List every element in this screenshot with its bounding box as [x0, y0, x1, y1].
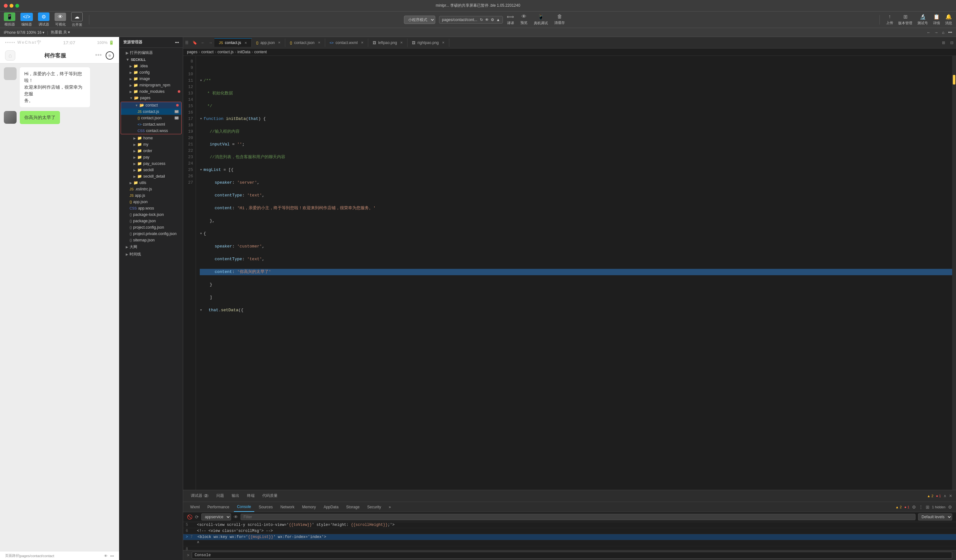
folder-bigwang[interactable]: ▶ 大网 — [120, 243, 183, 251]
toolbar-cloud[interactable]: ☁ 云开发 — [71, 12, 83, 27]
file-eslintrc[interactable]: JS .eslintrc.js — [120, 186, 183, 192]
tab-close-img2-icon[interactable]: ✕ — [442, 41, 445, 44]
maximize-button[interactable] — [15, 4, 19, 8]
folder-pay[interactable]: ▶ 📁 pay — [120, 154, 183, 160]
more-tabs-icon[interactable]: ⊞ — [939, 39, 948, 46]
tab-close-img-icon[interactable]: ✕ — [400, 41, 403, 44]
minimize-button[interactable] — [9, 4, 13, 8]
more-footer-icon[interactable]: ••• — [110, 554, 114, 558]
folder-pages[interactable]: ▼ 📂 pages — [120, 95, 183, 101]
message-action[interactable]: 🔔 消息 — [945, 14, 952, 25]
toolbar-simulator[interactable]: 📱 模拟器 — [4, 13, 15, 27]
folder-config[interactable]: ▶ 📁 config — [120, 69, 183, 75]
record-icon[interactable]: ⏺ — [105, 51, 114, 60]
phone-home-button[interactable]: ⌂ — [5, 50, 15, 61]
levels-select[interactable]: Default levels — [918, 513, 952, 521]
ctab-sources[interactable]: Sources — [256, 502, 276, 512]
mode-select[interactable]: 小程序模式 — [404, 16, 435, 24]
folder-seckill[interactable]: ▶ 📁 seckill — [120, 167, 183, 173]
tab-close-wxml-icon[interactable]: ✕ — [361, 41, 363, 44]
close-button[interactable] — [4, 4, 8, 8]
traffic-lights[interactable] — [4, 4, 19, 8]
folder-order[interactable]: ▶ 📁 order — [120, 147, 183, 154]
folder-contact[interactable]: ▼ 📂 contact — [121, 102, 181, 108]
more-icon[interactable]: ••• — [948, 30, 952, 35]
eye-console-icon[interactable]: 👁 — [234, 515, 238, 519]
clearcache-action[interactable]: 🗑 清缓存 — [554, 14, 565, 25]
translate-action[interactable]: ⟺ 译译 — [507, 14, 514, 25]
toolbar-preview[interactable]: 👁 可视化 — [55, 13, 66, 27]
folder-node-modules[interactable]: ▶ 📁 node_modules — [120, 88, 183, 95]
folder-miniprogram-npm[interactable]: ▶ 📁 miniprogram_npm — [120, 82, 183, 88]
settings-icon[interactable]: ⚙ — [491, 17, 494, 22]
ctab-storage[interactable]: Storage — [343, 502, 363, 512]
close-devtools-icon[interactable]: ✕ — [949, 494, 952, 498]
folder-seckill-detail[interactable]: ▶ 📁 seckill_detail — [120, 173, 183, 180]
prohibit-icon[interactable]: 🚫 — [187, 515, 192, 519]
tab-rightpao[interactable]: 🖼 rightpao.png ✕ — [407, 39, 449, 47]
eye-footer-icon[interactable]: 👁 — [104, 554, 107, 558]
split-editor-icon[interactable]: ⊟ — [948, 39, 956, 46]
devtab-output[interactable]: 输出 — [228, 490, 243, 502]
back-tab[interactable]: ← — [199, 39, 207, 46]
ctab-wxml[interactable]: Wxml — [187, 502, 203, 512]
tab-contact-js[interactable]: JS contact.js ✕ — [214, 38, 252, 47]
upload-action[interactable]: ↑ 上传 — [886, 14, 893, 25]
file-contact-js[interactable]: JS contact.js M — [121, 108, 181, 115]
tab-close-icon[interactable]: ✕ — [244, 41, 247, 45]
tab-icons-group[interactable]: ☰ — [183, 39, 190, 46]
test-action[interactable]: 🔬 测试号 — [917, 14, 928, 25]
tab-leftpao[interactable]: 🖼 leftpao.png ✕ — [368, 39, 407, 47]
devtab-issues[interactable]: 问题 — [212, 490, 228, 502]
file-project-private[interactable]: {} project.private.config.json — [120, 231, 183, 237]
ctab-memory[interactable]: Memory — [299, 502, 319, 512]
file-package[interactable]: {} package.json — [120, 218, 183, 224]
file-package-lock[interactable]: {} package-lock.json — [120, 212, 183, 218]
tab-contact-wxml[interactable]: <> contact.wxml ✕ — [325, 39, 368, 47]
file-sitemap[interactable]: {} sitemap.json — [120, 237, 183, 243]
gear-count-icon[interactable]: ⚙ — [948, 505, 952, 510]
devtab-debugger[interactable]: 调试器 2 — [187, 490, 212, 502]
file-project-config[interactable]: {} project.config.json — [120, 224, 183, 231]
breadcrumb-prop[interactable]: content — [254, 50, 267, 54]
tab-close-json-icon[interactable]: ✕ — [278, 41, 280, 44]
project-root[interactable]: ▼ SECKILL — [120, 56, 183, 63]
chevron-up-icon[interactable]: ∧ — [943, 494, 947, 498]
cloud-upload-icon[interactable]: ▲ — [496, 17, 500, 22]
appservice-select[interactable]: appservice — [201, 513, 231, 521]
ctab-performance[interactable]: Performance — [204, 502, 233, 512]
settings-devtools-icon[interactable]: ⚙ — [912, 505, 916, 510]
devtab-terminal[interactable]: 终端 — [243, 490, 258, 502]
code-content[interactable]: ▾ /** * 初始化数据 */ ▾ function initData(tha… — [196, 56, 956, 490]
ellipsis-icon[interactable]: ••• — [95, 51, 102, 60]
ctab-appdata[interactable]: AppData — [320, 502, 342, 512]
preview-action[interactable]: 👁 预览 — [520, 14, 527, 25]
open-editors-section[interactable]: ▶ 打开的编辑器 — [120, 49, 183, 56]
folder-utils[interactable]: ▶ 📁 utils — [120, 180, 183, 186]
file-contact-json[interactable]: {} contact.json M — [121, 115, 181, 121]
refresh-console-icon[interactable]: ⟳ — [195, 515, 199, 519]
folder-idea[interactable]: ▶ 📁 .idea — [120, 63, 183, 69]
file-contact-wxml[interactable]: <> contact.wxml — [121, 121, 181, 127]
devtab-codequality[interactable]: 代码质量 — [258, 490, 281, 502]
ctab-network[interactable]: Network — [277, 502, 298, 512]
eye-icon[interactable]: 👁 — [485, 17, 489, 22]
home-icon[interactable]: ⌂ — [942, 30, 944, 35]
breadcrumb-file[interactable]: contact.js — [217, 50, 234, 54]
device-select[interactable]: iPhone 6/7/8 100% 16 ▾ — [4, 30, 44, 35]
ctab-security[interactable]: Security — [364, 502, 384, 512]
breadcrumb-contact[interactable]: contact — [201, 50, 214, 54]
refresh-icon[interactable]: ↻ — [480, 17, 483, 22]
file-app-json[interactable]: {} app.json — [120, 199, 183, 205]
toolbar-editor[interactable]: </> 编辑器 — [20, 13, 33, 27]
breadcrumb-pages[interactable]: pages — [187, 50, 198, 54]
explorer-more-icon[interactable]: ••• — [175, 40, 179, 45]
file-contact-wxss[interactable]: CSS contact.wxss — [121, 127, 181, 134]
version-action[interactable]: ⊞ 版本管理 — [898, 14, 912, 25]
file-app-js[interactable]: JS app.js — [120, 192, 183, 199]
toolbar-debugger[interactable]: ⚙ 调试器 — [38, 13, 49, 27]
ctab-console[interactable]: Console — [234, 502, 254, 512]
bookmark-icon-tab[interactable]: 🔖 — [190, 39, 199, 46]
scrollbar[interactable] — [952, 56, 956, 490]
back-icon[interactable]: ← — [927, 30, 931, 35]
